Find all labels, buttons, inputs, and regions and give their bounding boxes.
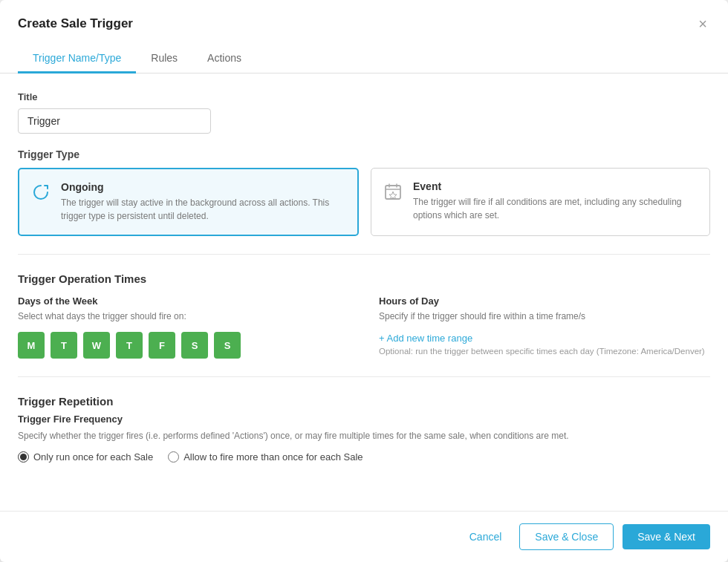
day-btn-sun[interactable]: S <box>214 332 241 359</box>
modal-footer: Cancel Save & Close Save & Next <box>0 511 728 562</box>
title-input[interactable] <box>18 108 211 134</box>
radio-once[interactable] <box>18 451 29 463</box>
day-btn-sat[interactable]: S <box>181 332 208 359</box>
tab-rules[interactable]: Rules <box>136 45 192 73</box>
radio-multiple-text: Allow to fire more than once for each Sa… <box>183 451 363 463</box>
radio-multiple-label[interactable]: Allow to fire more than once for each Sa… <box>168 451 363 463</box>
freq-desc: Specify whether the trigger fires (i.e. … <box>18 429 710 442</box>
day-buttons: M T W T F S S <box>18 332 349 359</box>
radio-once-label[interactable]: Only run once for each Sale <box>18 451 153 463</box>
save-close-button[interactable]: Save & Close <box>519 523 614 550</box>
divider-1 <box>18 254 710 255</box>
modal-body: Title Trigger Type Ongoing The trigger w… <box>0 73 728 493</box>
ongoing-title: Ongoing <box>61 181 345 193</box>
modal-title: Create Sale Trigger <box>18 16 133 31</box>
trigger-type-label: Trigger Type <box>18 148 710 160</box>
radio-once-text: Only run once for each Sale <box>33 451 153 463</box>
ongoing-card-content: Ongoing The trigger will stay active in … <box>61 181 345 223</box>
trigger-type-row: Ongoing The trigger will stay active in … <box>18 168 710 236</box>
trigger-card-event[interactable]: Event The trigger will fire if all condi… <box>371 168 710 236</box>
repetition-title: Trigger Repetition <box>18 395 710 408</box>
hours-col-desc: Specify if the trigger should fire withi… <box>379 311 710 321</box>
freq-title: Trigger Fire Frequency <box>18 414 710 425</box>
svg-marker-4 <box>389 192 397 199</box>
cancel-button[interactable]: Cancel <box>461 525 511 549</box>
day-btn-wed[interactable]: W <box>83 332 110 359</box>
days-col-desc: Select what days the trigger should fire… <box>18 311 349 321</box>
days-col-title: Days of the Week <box>18 295 349 307</box>
radio-row: Only run once for each Sale Allow to fir… <box>18 451 710 463</box>
tabs-bar: Trigger Name/Type Rules Actions <box>0 45 728 73</box>
title-label: Title <box>18 91 710 102</box>
event-card-content: Event The trigger will fire if all condi… <box>413 180 698 223</box>
event-icon <box>383 182 403 223</box>
day-btn-tue[interactable]: T <box>51 332 77 359</box>
hours-col-title: Hours of Day <box>379 295 710 307</box>
time-note: Optional: run the trigger between specif… <box>379 347 710 356</box>
ongoing-icon <box>31 183 51 223</box>
hours-col: Hours of Day Specify if the trigger shou… <box>379 295 710 359</box>
operation-times-cols: Days of the Week Select what days the tr… <box>18 295 710 359</box>
day-btn-thu[interactable]: T <box>116 332 143 359</box>
radio-multiple[interactable] <box>168 451 179 463</box>
modal-header: Create Sale Trigger × <box>0 0 728 34</box>
divider-2 <box>18 376 710 377</box>
save-next-button[interactable]: Save & Next <box>623 524 710 549</box>
day-btn-fri[interactable]: F <box>149 332 175 359</box>
days-col: Days of the Week Select what days the tr… <box>18 295 349 359</box>
trigger-card-ongoing[interactable]: Ongoing The trigger will stay active in … <box>18 168 359 236</box>
tab-trigger-name-type[interactable]: Trigger Name/Type <box>18 45 136 73</box>
day-btn-mon[interactable]: M <box>18 332 45 359</box>
tab-actions[interactable]: Actions <box>192 45 256 73</box>
event-desc: The trigger will fire if all conditions … <box>413 195 698 222</box>
event-title: Event <box>413 180 698 192</box>
operation-times-title: Trigger Operation Times <box>18 272 710 285</box>
create-sale-trigger-modal: Create Sale Trigger × Trigger Name/Type … <box>0 0 728 562</box>
close-button[interactable]: × <box>695 13 710 34</box>
ongoing-desc: The trigger will stay active in the back… <box>61 196 345 223</box>
add-time-link[interactable]: + Add new time range <box>379 333 472 344</box>
